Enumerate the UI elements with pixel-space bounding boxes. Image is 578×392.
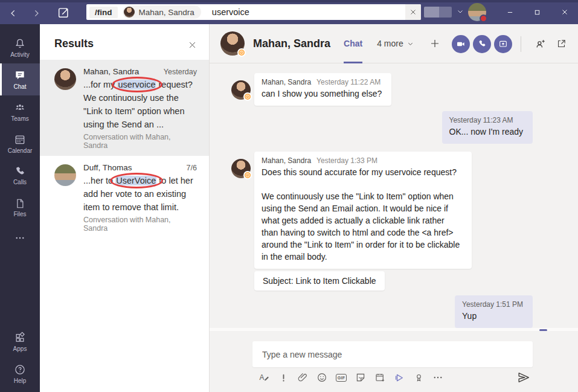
send-message-button[interactable]: [515, 369, 532, 386]
scrollbar-thumb[interactable]: [539, 329, 547, 331]
chat-header: Mahan, Sandra Chat 4 more: [210, 24, 578, 63]
search-person-chip[interactable]: Mahan, Sandra: [123, 5, 201, 19]
sidebar-item-more[interactable]: [0, 227, 40, 251]
sidebar-item-label: Calls: [13, 179, 27, 185]
more-options-icon[interactable]: [431, 370, 445, 385]
result-preview: ...for my uservoice request? We continuo…: [83, 78, 197, 131]
sidebar-item-chat[interactable]: Chat: [0, 63, 40, 95]
sidebar-item-teams[interactable]: Teams: [0, 95, 40, 127]
tenant-switcher[interactable]: [424, 7, 452, 18]
status-away-badge: [243, 171, 252, 179]
sidebar-item-calls[interactable]: Calls: [0, 159, 40, 191]
chevron-down-icon[interactable]: [457, 8, 464, 15]
message-group: Mahan, SandraYesterday 11:22 AM can I sh…: [231, 73, 533, 106]
chat-bubble-icon: [14, 69, 26, 82]
tab-more[interactable]: 4 more: [377, 24, 414, 63]
back-icon[interactable]: [6, 6, 21, 21]
tab-chat[interactable]: Chat: [344, 24, 362, 63]
message-time: Yesterday 11:22 AM: [316, 78, 381, 86]
screen-share-button[interactable]: [494, 35, 512, 53]
sidebar-item-label: Calendar: [8, 148, 33, 154]
pop-out-chat-button[interactable]: [553, 36, 570, 53]
stream-flow-icon[interactable]: [392, 370, 406, 385]
message-time: Yesterday 1:33 PM: [316, 156, 377, 165]
audio-call-button[interactable]: [473, 35, 491, 53]
message-text: can I show you something else?: [262, 88, 382, 100]
question-circle-icon: [14, 364, 26, 376]
add-person-icon: [535, 38, 547, 50]
gif-icon[interactable]: GIF: [334, 370, 348, 385]
close-window-button[interactable]: [551, 0, 578, 24]
sticker-icon[interactable]: [353, 370, 368, 385]
search-result-item[interactable]: Mahan, Sandra Yesterday ...for my uservo…: [40, 60, 209, 156]
apps-grid-icon: [14, 332, 26, 344]
message-time: Yesterday 1:51 PM: [462, 300, 523, 309]
schedule-meeting-icon[interactable]: [373, 370, 387, 385]
video-call-button[interactable]: [452, 35, 470, 53]
message-list: Mahan, SandraYesterday 11:22 AM can I sh…: [210, 63, 578, 328]
add-people-button[interactable]: [532, 36, 549, 53]
tab-more-label: 4 more: [377, 39, 403, 48]
search-result-item[interactable]: Duff, Thomas 7/6 ...her to UserVoice to …: [40, 156, 209, 239]
result-conversation-label: Conversation with Mahan, Sandra: [83, 133, 197, 150]
new-chat-icon[interactable]: [56, 5, 71, 21]
status-away-badge: [237, 48, 246, 57]
chat-pane: Mahan, Sandra Chat 4 more: [210, 24, 578, 392]
forward-icon[interactable]: [29, 6, 43, 21]
add-tab-button[interactable]: [429, 24, 440, 63]
sidebar-item-label: Teams: [11, 116, 28, 122]
message-input[interactable]: [252, 341, 533, 367]
rail-spacer: [0, 251, 40, 326]
status-busy-badge: [480, 14, 487, 22]
send-icon: [517, 371, 530, 384]
message-bubble: Mahan, SandraYesterday 1:33 PM Does this…: [254, 152, 472, 269]
sidebar-item-label: Files: [13, 211, 26, 217]
chat-header-actions: [449, 24, 570, 63]
avatar: [54, 68, 76, 90]
sidebar-item-help[interactable]: Help: [0, 358, 40, 390]
search-command-chip[interactable]: /find: [89, 7, 118, 18]
message-author: Mahan, Sandra: [262, 78, 311, 86]
format-icon[interactable]: A: [257, 370, 271, 385]
history-nav: [6, 2, 43, 24]
result-body: Duff, Thomas 7/6 ...her to UserVoice to …: [83, 163, 197, 233]
phone-handset-icon: [478, 39, 487, 48]
chat-avatar[interactable]: [220, 31, 245, 56]
sidebar-item-calendar[interactable]: Calendar: [0, 127, 40, 159]
plus-icon: [429, 38, 440, 49]
share-screen-icon: [498, 39, 508, 49]
message-bubble-own: Yesterday 1:51 PM Yup: [455, 295, 533, 328]
result-sender-name: Duff, Thomas: [83, 163, 132, 172]
people-icon: [14, 101, 26, 114]
message-group: Mahan, SandraYesterday 1:33 PM Does this…: [231, 152, 533, 269]
message-bubble-own: Yesterday 11:23 AM OK... now I'm ready: [442, 111, 533, 144]
search-query-text[interactable]: uservoice: [212, 7, 249, 17]
result-conversation-label: Conversation with Mahan, Sandra: [83, 216, 197, 233]
minimize-button[interactable]: [496, 0, 524, 24]
profile-avatar[interactable]: [468, 3, 486, 21]
close-results-icon[interactable]: [186, 39, 198, 51]
praise-icon[interactable]: [411, 370, 426, 385]
result-body: Mahan, Sandra Yesterday ...for my uservo…: [83, 67, 197, 150]
clear-search-icon[interactable]: [405, 4, 421, 20]
calendar-icon: [14, 133, 26, 146]
sidebar-item-apps[interactable]: Apps: [0, 326, 40, 358]
teams-app: { "colors": { "accent": "#6264A7", "titl…: [0, 0, 578, 392]
svg-text:A: A: [259, 373, 264, 382]
emoji-icon[interactable]: [315, 370, 329, 385]
avatar: [231, 80, 251, 100]
search-term-highlight: uservoice: [117, 80, 156, 89]
message-time: Yesterday 11:23 AM: [449, 116, 513, 124]
divider: [521, 36, 521, 52]
ellipsis-icon: [14, 233, 25, 243]
sidebar-item-activity[interactable]: Activity: [0, 31, 40, 63]
important-icon[interactable]: [276, 370, 291, 385]
maximize-button[interactable]: [524, 0, 551, 24]
attach-icon[interactable]: [295, 370, 310, 385]
sidebar-item-files[interactable]: Files: [0, 191, 40, 223]
search-bar[interactable]: /find Mahan, Sandra uservoice: [86, 4, 421, 20]
sidebar-item-label: Apps: [13, 346, 27, 352]
status-away-badge: [243, 92, 252, 101]
message-text: Yup: [462, 310, 523, 322]
result-date: 7/6: [187, 164, 197, 172]
